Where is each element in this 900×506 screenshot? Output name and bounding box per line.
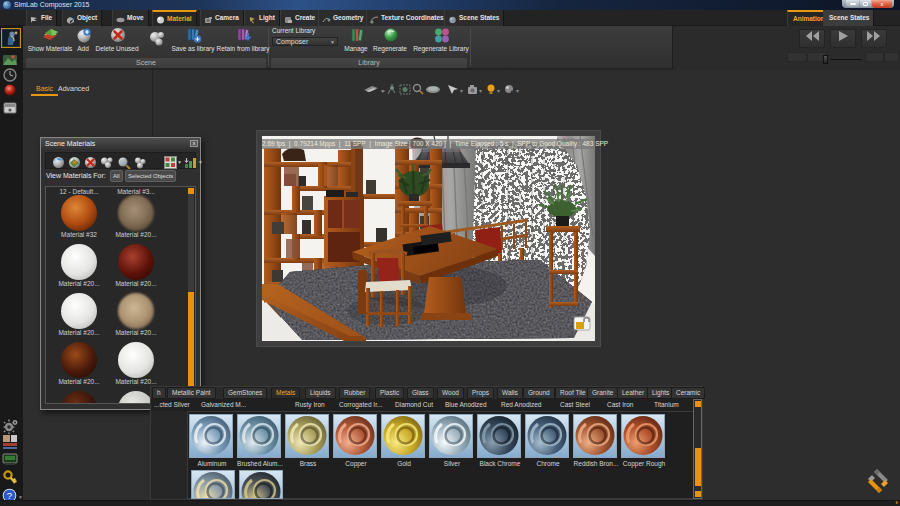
svg-text:▾: ▾ — [516, 88, 519, 94]
svg-text:▾: ▾ — [497, 88, 500, 94]
svg-text:▾: ▾ — [479, 88, 482, 94]
svg-text:▾: ▾ — [460, 88, 463, 94]
svg-text:▾: ▾ — [381, 88, 384, 94]
